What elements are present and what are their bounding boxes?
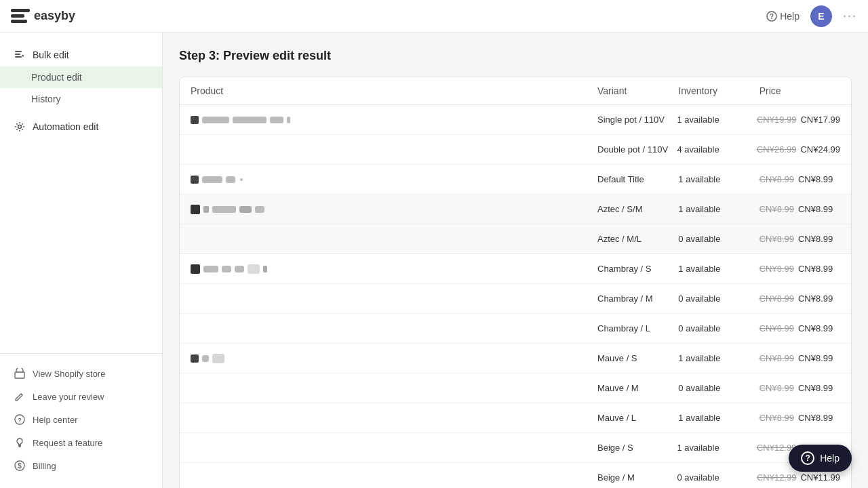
- price-cell: CN¥8.99 CN¥8.99: [760, 383, 840, 393]
- price-new: CN¥8.99: [798, 293, 833, 304]
- leave-review-label: Leave your review: [33, 392, 104, 402]
- floating-help-button[interactable]: ? Help: [789, 445, 852, 472]
- variant-cell: Chambray / M: [597, 293, 678, 304]
- inventory-cell: 1 available: [678, 264, 759, 274]
- app-body: Bulk edit Product edit History Automatio…: [0, 33, 868, 488]
- inventory-cell: 0 available: [678, 323, 759, 333]
- svg-rect-2: [11, 20, 27, 23]
- price-cell: CN¥26.99 CN¥24.99: [757, 144, 840, 155]
- col-product: Product: [191, 85, 597, 96]
- p-img: [212, 354, 224, 363]
- sidebar-item-help-center[interactable]: ? Help center: [0, 408, 162, 431]
- price-new: CN¥8.99: [798, 204, 833, 214]
- price-old: CN¥8.99: [760, 353, 794, 363]
- gear-icon: [14, 121, 26, 133]
- price-new: CN¥8.99: [798, 234, 833, 244]
- product-cell-p2: [191, 176, 597, 184]
- p-block4: [263, 266, 267, 272]
- price-old: CN¥8.99: [760, 174, 794, 184]
- table-row: Beige / M 0 available CN¥12.99 CN¥11.99: [180, 463, 851, 488]
- inventory-cell: 1 available: [678, 174, 759, 184]
- page-title: Step 3: Preview edit result: [179, 49, 852, 63]
- svg-rect-0: [11, 9, 30, 12]
- inventory-cell: 0 available: [678, 383, 759, 393]
- store-icon: [14, 367, 26, 380]
- table-row: Chambray / M 0 available CN¥8.99 CN¥8.99: [180, 284, 851, 314]
- variant-cell: Single pot / 110V: [597, 115, 677, 125]
- price-old: CN¥8.99: [760, 234, 794, 244]
- p-block: [203, 266, 218, 272]
- sidebar-item-request-feature[interactable]: Request a feature: [0, 431, 162, 454]
- product-cell-p3: [191, 205, 597, 214]
- table-row: Mauve / L 1 available CN¥8.99 CN¥8.99: [180, 403, 851, 433]
- col-inventory: Inventory: [678, 85, 759, 96]
- sidebar-item-automation-edit[interactable]: Automation edit: [0, 115, 162, 138]
- price-new: CN¥8.99: [798, 264, 833, 274]
- float-help-icon: ?: [801, 451, 814, 465]
- table-row: Default Title 1 available CN¥8.99 CN¥8.9…: [180, 165, 851, 195]
- product-thumb: [191, 264, 200, 274]
- header-right: ? Help E ···: [766, 5, 857, 27]
- price-new: CN¥17.99: [800, 115, 840, 125]
- sidebar-item-history[interactable]: History: [0, 88, 162, 110]
- view-shopify-label: View Shopify store: [33, 369, 105, 379]
- variant-cell: Mauve / M: [597, 383, 678, 393]
- inventory-cell: 0 available: [678, 234, 759, 244]
- inventory-cell: 4 available: [677, 144, 756, 155]
- p-block3: [239, 206, 252, 213]
- p-block: [203, 206, 209, 213]
- logo: easyby: [11, 9, 75, 24]
- sidebar-item-bulk-edit[interactable]: Bulk edit: [0, 43, 162, 66]
- variant-cell: Chambray / L: [597, 323, 678, 333]
- price-new: CN¥8.99: [798, 323, 833, 333]
- sidebar-item-view-shopify[interactable]: View Shopify store: [0, 362, 162, 385]
- sidebar-item-product-edit[interactable]: Product edit: [0, 66, 162, 88]
- price-new: CN¥8.99: [798, 413, 833, 423]
- variant-cell: Default Title: [597, 174, 678, 184]
- variant-cell: Mauve / L: [597, 413, 678, 423]
- price-old: CN¥26.99: [757, 144, 797, 155]
- p-img: [248, 264, 260, 274]
- price-new: CN¥11.99: [800, 472, 840, 483]
- table-row: Aztec / M/L 0 available CN¥8.99 CN¥8.99: [180, 224, 851, 254]
- price-cell: CN¥8.99 CN¥8.99: [760, 413, 840, 423]
- automation-edit-label: Automation edit: [33, 121, 98, 132]
- price-old: CN¥19.99: [757, 115, 797, 125]
- help-icon: ?: [14, 413, 26, 426]
- more-options-button[interactable]: ···: [843, 9, 857, 23]
- price-old: CN¥8.99: [760, 323, 794, 333]
- help-circle-icon: ?: [766, 11, 777, 22]
- sidebar-automation-section: Automation edit: [0, 115, 162, 138]
- svg-text:?: ?: [18, 417, 22, 424]
- product-name-dot: [287, 117, 290, 123]
- inventory-cell: 1 available: [677, 443, 756, 453]
- price-new: CN¥8.99: [798, 383, 833, 393]
- price-cell: CN¥8.99 CN¥8.99: [760, 234, 840, 244]
- price-cell: CN¥8.99 CN¥8.99: [760, 174, 840, 184]
- p-block: [202, 355, 209, 362]
- app-header: easyby ? Help E ···: [0, 0, 868, 33]
- history-label: History: [31, 94, 61, 104]
- sidebar-item-leave-review[interactable]: Leave your review: [0, 385, 162, 408]
- product-cell-p4: [191, 264, 597, 274]
- bulb-icon: [14, 436, 26, 449]
- p-block2: [222, 266, 231, 272]
- avatar[interactable]: E: [810, 5, 832, 27]
- main-content: Step 3: Preview edit result Product Vari…: [163, 33, 868, 488]
- price-old: CN¥8.99: [760, 264, 794, 274]
- product-name-block2: [226, 176, 235, 183]
- p-block2: [212, 206, 236, 213]
- table-header: Product Variant Inventory Price: [180, 77, 851, 105]
- sidebar-item-billing[interactable]: $ Billing: [0, 454, 162, 477]
- product-edit-label: Product edit: [31, 72, 82, 83]
- inventory-cell: 0 available: [677, 472, 756, 483]
- price-cell: CN¥12.99 CN¥11.99: [757, 472, 840, 483]
- billing-label: Billing: [33, 461, 56, 471]
- variant-cell: Aztec / S/M: [597, 204, 678, 214]
- price-old: CN¥12.99: [757, 472, 797, 483]
- price-old: CN¥8.99: [760, 293, 794, 304]
- price-new: CN¥8.99: [798, 174, 833, 184]
- help-button[interactable]: ? Help: [766, 11, 800, 22]
- svg-text:?: ?: [770, 13, 774, 20]
- col-price: Price: [760, 85, 840, 96]
